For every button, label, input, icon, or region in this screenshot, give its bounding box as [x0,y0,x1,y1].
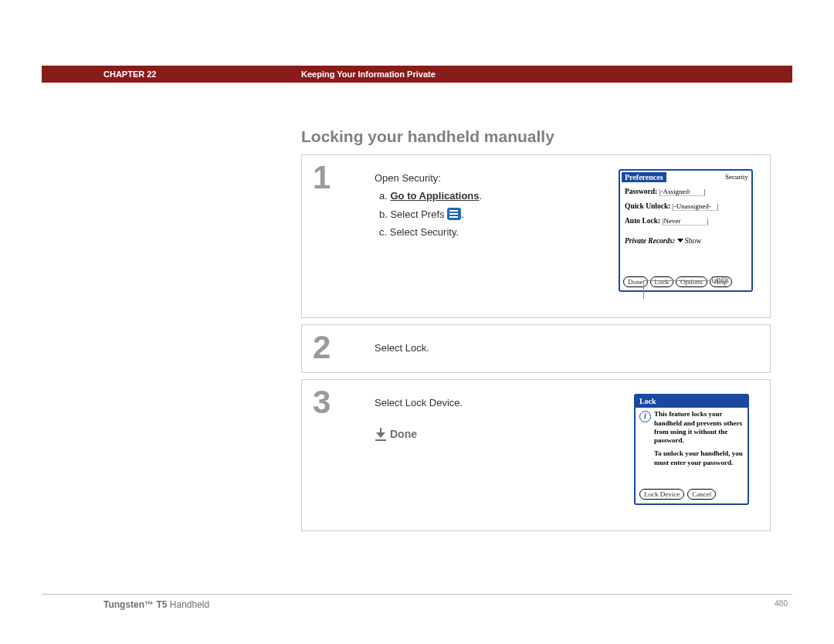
steps-container: 1 Open Security: a. Go to Applications. … [301,154,771,537]
lock-device-button[interactable]: Lock Device [639,489,684,500]
lock-callout-line-v [643,280,644,299]
step-number: 1 [302,155,375,317]
product-name: Tungsten™ T5 Handheld [103,599,209,610]
go-to-applications-link[interactable]: Go to Applications [390,190,479,202]
page-number: 480 [775,599,788,610]
lock-dialog-para2: To unlock your handheld, you must enter … [654,449,744,467]
password-label: Password: [625,188,657,195]
palm-prefs-category: Security [725,173,748,181]
step-1: 1 Open Security: a. Go to Applications. … [301,154,771,318]
palm-options-button[interactable]: Options [676,276,707,287]
quick-unlock-label: Quick Unlock: [625,202,670,210]
chapter-title: Keeping Your Information Private [301,69,436,79]
cancel-button[interactable]: Cancel [687,489,716,500]
done-arrow-icon [375,428,387,440]
palm-lock-buttons: Lock Device Cancel [639,489,716,500]
product-bold: Tungsten™ T5 [103,599,167,610]
step-2: 2 Select Lock. [301,324,771,373]
lock-callout-line-h [643,280,709,281]
step1-c: c. Select Security. [375,223,619,241]
lock-callout-label: Lock [711,275,729,284]
auto-lock-value[interactable]: Never [663,217,708,225]
lock-dialog-para1: This feature locks your handheld and pre… [654,410,744,445]
step-number: 3 [302,380,375,530]
step3-line: Select Lock Device. [375,394,634,412]
step-3: 3 Select Lock Device. Done Lock i This f… [301,379,771,531]
done-label: Done [390,428,417,440]
prefs-icon [447,208,461,220]
step1-b-prefix: b. Select Prefs [379,208,447,220]
dropdown-icon [677,239,683,242]
step-1-text: Open Security: a. Go to Applications. b.… [375,169,619,302]
password-value[interactable]: -Assigned- [659,188,705,196]
product-rest: Handheld [167,599,209,610]
private-records-label: Private Records: [625,237,675,245]
chapter-label: CHAPTER 22 [103,69,156,79]
step1-a-prefix: a. [379,190,390,202]
palm-lock-title: Lock [636,395,748,408]
palm-preferences-screenshot: Preferences Security Password: -Assigned… [619,169,753,292]
done-indicator: Done [375,425,634,444]
private-records-value[interactable]: Show [685,237,702,245]
chapter-bar: CHAPTER 22 Keeping Your Information Priv… [42,66,792,83]
info-icon: i [639,411,651,422]
step-3-text: Select Lock Device. Done [375,394,634,515]
page-heading: Locking your handheld manually [301,127,554,146]
step1-b-suffix: . [461,208,464,220]
palm-lock-screenshot: Lock i This feature locks your handheld … [634,394,749,505]
auto-lock-label: Auto Lock: [625,217,660,225]
step1-a-suffix: . [480,190,483,202]
quick-unlock-value[interactable]: -Unassigned- [673,202,718,211]
palm-lock-button[interactable]: Lock [650,276,674,287]
footer-divider [42,594,792,595]
page-footer: Tungsten™ T5 Handheld 480 [103,599,788,610]
step-number: 2 [302,325,375,372]
palm-prefs-title: Preferences [622,172,666,182]
step-2-text: Select Lock. [375,339,761,357]
step1-intro: Open Security: [375,169,619,187]
